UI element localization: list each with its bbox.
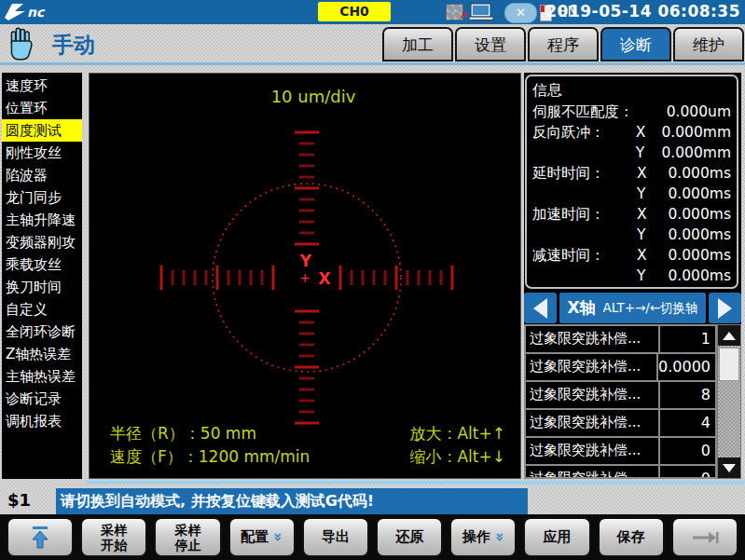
prev-axis-button[interactable] [524, 293, 557, 323]
scale-label: 10 um/div [239, 87, 388, 106]
chevron-down-icon: » [269, 532, 287, 541]
status-message: 请切换到自动模式, 并按复位键载入测试G代码! [56, 488, 528, 514]
sidebar-item-z-thermal-error[interactable]: Z轴热误差 [2, 343, 82, 365]
channel-indicator: $1 [7, 490, 31, 510]
sidebar-item-spindle-ramp[interactable]: 主轴升降速 [2, 209, 82, 231]
back-button[interactable] [7, 517, 74, 557]
statusbar: $1 请切换到自动模式, 并按复位键载入测试G代码! [0, 488, 745, 514]
tab-maintenance[interactable]: 维护 [673, 27, 744, 61]
roundness-plot-svg: Y X + [90, 74, 520, 478]
sidebar-item-closed-loop-diag[interactable]: 全闭环诊断 [2, 321, 82, 343]
info-box: 信息 伺服不匹配度：0.000um 反向跃冲：X0.000mm Y0.000mm… [525, 75, 738, 289]
triangle-down-icon [723, 464, 736, 472]
radius-label: 半径（R）：50 mm [110, 422, 310, 445]
chevron-down-icon: » [490, 532, 508, 541]
sidebar-item-tuning-report[interactable]: 调机报表 [2, 410, 82, 432]
table-row[interactable]: 过象限突跳补偿...8 [526, 382, 715, 410]
table-row[interactable]: 过象限突跳补偿...1 [526, 326, 715, 354]
info-row: 反向跃冲：X0.000mm [532, 122, 731, 143]
sidebar-item-load-tapping[interactable]: 乘载攻丝 [2, 253, 82, 276]
sample-start-button[interactable]: 采样开始 [80, 517, 147, 557]
center-mark: + [299, 270, 310, 285]
roundness-plot: Y X + 10 um/div 半径（R）：50 mm 速度（F）：1200 m… [89, 73, 521, 479]
arrow-left-icon [533, 298, 547, 319]
arrow-right-icon [718, 298, 732, 319]
feed-label: 速度（F）：1200 mm/min [110, 445, 310, 469]
mode-label: 手动 [52, 31, 95, 60]
sidebar-item-rigid-tapping[interactable]: 刚性攻丝 [2, 142, 82, 164]
hnc-logo-icon: nc [3, 2, 68, 22]
table-row[interactable]: 过象限突跳补偿...0 [526, 438, 715, 466]
info-row: 减速时间：X0.000ms [532, 245, 731, 266]
datetime: 2019-05-14 06:08:35 [545, 2, 740, 20]
next-page-button[interactable] [671, 517, 738, 557]
sidebar-item-roundness-test[interactable]: 圆度测试 [2, 119, 82, 142]
topbar: nc CH0 ✗ ✕ EN 2019-05-14 06:08:35 [0, 0, 745, 24]
triangle-up-icon [723, 332, 736, 340]
offline-cross-icon: ✗ [460, 9, 468, 21]
sidebar-item-spindle-thermal-error[interactable]: 主轴热误差 [2, 365, 82, 388]
scrollbar-thumb[interactable] [719, 348, 739, 381]
softkey-toolbar: 采样开始 采样停止 配置 » 导出 还原 操作 » 应用 保存 [0, 514, 745, 560]
info-row: Y0.000ms [532, 266, 731, 286]
info-row: Y0.000mm [532, 143, 731, 163]
close-icon[interactable]: ✕ [504, 3, 537, 23]
info-row: 延时时间：X0.000ms [532, 163, 731, 184]
right-panel: 信息 伺服不匹配度：0.000um 反向跃冲：X0.000mm Y0.000mm… [524, 73, 741, 479]
current-axis: X轴 [567, 297, 595, 319]
sidebar-item-gantry-sync[interactable]: 龙门同步 [2, 186, 82, 209]
sidebar-item-tool-change-time[interactable]: 换刀时间 [2, 276, 82, 298]
tab-diagnosis[interactable]: 诊断 [600, 27, 671, 61]
config-button[interactable]: 配置 » [228, 517, 296, 557]
sidebar-item-notch-filter[interactable]: 陷波器 [2, 164, 82, 186]
table-row[interactable]: 过象限突跳补偿...0.0000 [526, 354, 715, 382]
next-axis-button[interactable] [709, 293, 741, 323]
operate-button[interactable]: 操作 » [449, 517, 517, 557]
modebar: 手动 加工 设置 程序 诊断 维护 [0, 24, 745, 65]
channel-badge[interactable]: CH0 [318, 2, 391, 21]
sample-stop-button[interactable]: 采样停止 [154, 517, 221, 557]
apply-button[interactable]: 应用 [523, 517, 590, 557]
zoom-out-hint: 缩小：Alt+↓ [409, 445, 505, 469]
export-button[interactable]: 导出 [302, 517, 369, 557]
save-button[interactable]: 保存 [598, 517, 665, 557]
axis-selector: X轴 ALT+→/←切换轴 [524, 293, 741, 323]
compensation-table: 过象限突跳补偿...1 过象限突跳补偿...0.0000 过象限突跳补偿...8… [524, 324, 717, 479]
y-axis-label: Y [299, 252, 312, 270]
content-divider [87, 481, 745, 485]
plot-zoom-hints: 放大：Alt+↑ 缩小：Alt+↓ [409, 422, 505, 469]
monitor-icon [468, 3, 494, 21]
restore-button[interactable]: 还原 [376, 517, 443, 557]
cnc-screen: nc CH0 ✗ ✕ EN 2019-05-14 06:08:35 手动 加工 [0, 0, 745, 560]
table-row[interactable]: 过象限突跳补偿...0 [526, 466, 715, 479]
axis-selector-bar[interactable]: X轴 ALT+→/←切换轴 [559, 293, 706, 323]
tab-settings[interactable]: 设置 [455, 27, 526, 61]
plot-parameters: 半径（R）：50 mm 速度（F）：1200 mm/min [110, 422, 310, 469]
table-row[interactable]: 过象限突跳补偿...4 [526, 410, 715, 438]
sidebar: 速度环 位置环 圆度测试 刚性攻丝 陷波器 龙门同步 主轴升降速 变频器刚攻 乘… [2, 73, 82, 479]
arrow-right-to-bar-icon [690, 529, 720, 546]
content: 速度环 位置环 圆度测试 刚性攻丝 陷波器 龙门同步 主轴升降速 变频器刚攻 乘… [0, 65, 745, 488]
sidebar-item-position-loop[interactable]: 位置环 [2, 97, 82, 119]
scroll-up-button[interactable] [718, 325, 740, 346]
svg-text:nc: nc [27, 5, 46, 20]
sidebar-item-speed-loop[interactable]: 速度环 [2, 75, 82, 97]
tab-program[interactable]: 程序 [528, 27, 599, 61]
main-tabs: 加工 设置 程序 诊断 维护 [382, 27, 744, 61]
scroll-down-button[interactable] [718, 458, 740, 478]
arrow-up-to-bar-icon [30, 525, 50, 550]
axis-switch-hint: ALT+→/←切换轴 [602, 300, 697, 317]
info-row: Y0.000ms [532, 225, 731, 245]
manual-hand-icon [7, 27, 35, 61]
info-title: 信息 [532, 79, 731, 102]
info-row: Y0.000ms [532, 184, 731, 204]
tab-machining[interactable]: 加工 [382, 27, 453, 61]
sidebar-item-custom[interactable]: 自定义 [2, 298, 82, 321]
info-row: 加速时间：X0.000ms [532, 204, 731, 225]
info-row: 伺服不匹配度：0.000um [532, 102, 731, 122]
x-axis-label: X [318, 269, 330, 288]
zoom-in-hint: 放大：Alt+↑ [409, 422, 505, 445]
sidebar-item-diagnosis-record[interactable]: 诊断记录 [2, 388, 82, 410]
sidebar-item-inverter-tapping[interactable]: 变频器刚攻 [2, 231, 82, 253]
table-scrollbar[interactable] [717, 324, 741, 479]
